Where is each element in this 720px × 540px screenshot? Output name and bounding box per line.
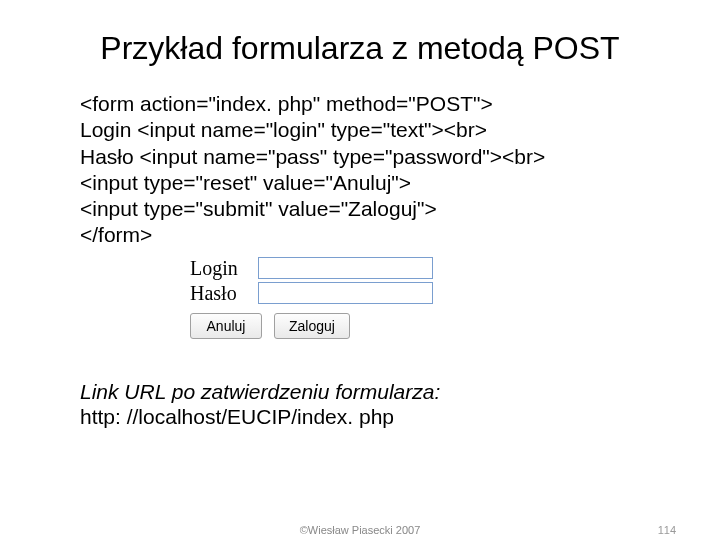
code-line: <form action="index. php" method="POST"> (80, 91, 660, 117)
copyright: ©Wiesław Piasecki 2007 (300, 524, 421, 536)
reset-button[interactable]: Anuluj (190, 313, 262, 339)
code-line: <input type="submit" value="Zaloguj"> (80, 196, 660, 222)
page-number: 114 (658, 524, 676, 536)
code-line: Login <input name="login" type="text"><b… (80, 117, 660, 143)
link-note: Link URL po zatwierdzeniu formularza: (80, 379, 660, 405)
password-input[interactable] (258, 282, 433, 304)
slide-title: Przykład formularza z metodą POST (60, 30, 660, 67)
password-label: Hasło (190, 282, 258, 305)
login-input[interactable] (258, 257, 433, 279)
result-url: http: //localhost/EUCIP/index. php (80, 405, 660, 429)
submit-button[interactable]: Zaloguj (274, 313, 350, 339)
rendered-form: Login Hasło (190, 257, 660, 305)
code-line: Hasło <input name="pass" type="password"… (80, 144, 660, 170)
code-line: </form> (80, 222, 660, 248)
code-line: <input type="reset" value="Anuluj"> (80, 170, 660, 196)
code-listing: <form action="index. php" method="POST">… (80, 91, 660, 249)
login-label: Login (190, 257, 258, 280)
